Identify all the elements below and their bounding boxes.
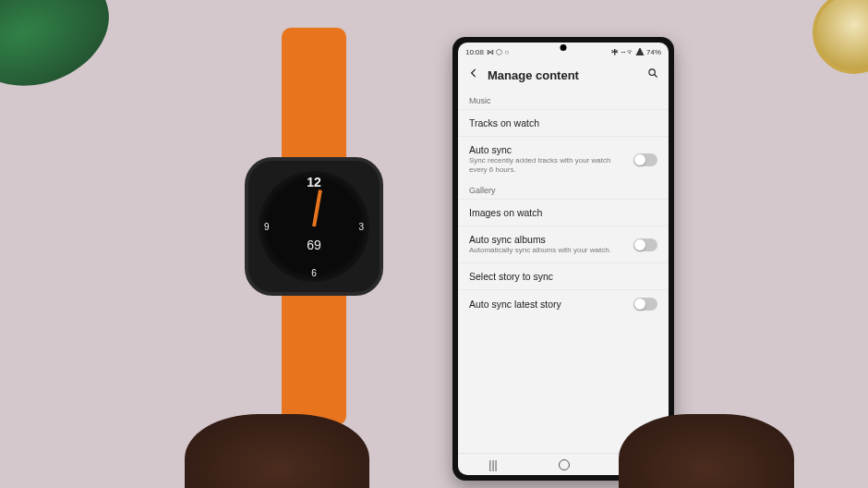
row-images-on-watch[interactable]: Images on watch bbox=[458, 199, 669, 226]
row-label: Auto sync albums bbox=[469, 234, 611, 245]
row-auto-sync-tracks[interactable]: Auto sync Sync recently added tracks wit… bbox=[458, 136, 669, 182]
back-icon[interactable] bbox=[467, 67, 480, 83]
watch-hour-6: 6 bbox=[311, 268, 317, 278]
row-tracks-on-watch[interactable]: Tracks on watch bbox=[458, 109, 669, 136]
toggle-auto-sync-albums[interactable] bbox=[633, 238, 657, 251]
watch-hour-9: 9 bbox=[264, 222, 270, 232]
status-time: 10:08 bbox=[465, 48, 484, 56]
row-label: Select story to sync bbox=[469, 271, 553, 282]
row-label: Tracks on watch bbox=[469, 117, 539, 128]
row-sublabel: Automatically sync albums with your watc… bbox=[469, 246, 611, 255]
status-right-icons: ✱ ⋯ ᯤ ◢◣ bbox=[611, 48, 644, 56]
status-battery: 74% bbox=[646, 48, 661, 56]
nav-home-icon[interactable] bbox=[559, 459, 570, 470]
row-label: Auto sync latest story bbox=[469, 299, 561, 310]
row-auto-sync-latest-story[interactable]: Auto sync latest story bbox=[458, 289, 669, 318]
watch-reading: 69 bbox=[307, 238, 321, 252]
toggle-auto-sync-latest-story[interactable] bbox=[633, 298, 657, 311]
decorative-leaf bbox=[0, 0, 126, 105]
svg-point-0 bbox=[649, 69, 655, 75]
watch-hour-3: 3 bbox=[358, 222, 364, 232]
phone-frame: 10:08 ⋈ ⬡ ○ ✱ ⋯ ᯤ ◢◣ 74% Manage content … bbox=[452, 37, 674, 481]
section-gallery-header: Gallery bbox=[458, 182, 669, 199]
page-title: Manage content bbox=[488, 68, 639, 82]
nav-recents-icon[interactable]: ||| bbox=[488, 458, 497, 471]
decorative-desk-clock bbox=[813, 0, 868, 74]
app-header: Manage content bbox=[458, 59, 669, 92]
watch-face: 12 3 6 9 69 bbox=[245, 157, 383, 296]
phone-screen: 10:08 ⋈ ⬡ ○ ✱ ⋯ ᯤ ◢◣ 74% Manage content … bbox=[458, 43, 669, 475]
watch-hour-12: 12 bbox=[307, 175, 321, 189]
watch-hand bbox=[312, 189, 322, 226]
row-label: Auto sync bbox=[469, 144, 617, 155]
svg-line-1 bbox=[655, 75, 657, 78]
row-select-story[interactable]: Select story to sync bbox=[458, 262, 669, 289]
row-auto-sync-albums[interactable]: Auto sync albums Automatically sync albu… bbox=[458, 226, 669, 262]
smartwatch: 12 3 6 9 69 bbox=[240, 28, 388, 425]
row-sublabel: Sync recently added tracks with your wat… bbox=[469, 156, 617, 175]
section-music-header: Music bbox=[458, 92, 669, 109]
toggle-auto-sync-tracks[interactable] bbox=[633, 153, 657, 166]
watch-strap-top bbox=[282, 28, 346, 166]
hand-left bbox=[185, 414, 369, 488]
status-left-icons: ⋈ ⬡ ○ bbox=[487, 48, 509, 56]
camera-hole bbox=[561, 44, 567, 51]
status-bar: 10:08 ⋈ ⬡ ○ ✱ ⋯ ᯤ ◢◣ 74% bbox=[458, 43, 669, 59]
hand-right bbox=[619, 414, 794, 488]
watch-dial: 12 3 6 9 69 bbox=[259, 171, 369, 282]
row-label: Images on watch bbox=[469, 207, 542, 218]
search-icon[interactable] bbox=[646, 67, 659, 83]
